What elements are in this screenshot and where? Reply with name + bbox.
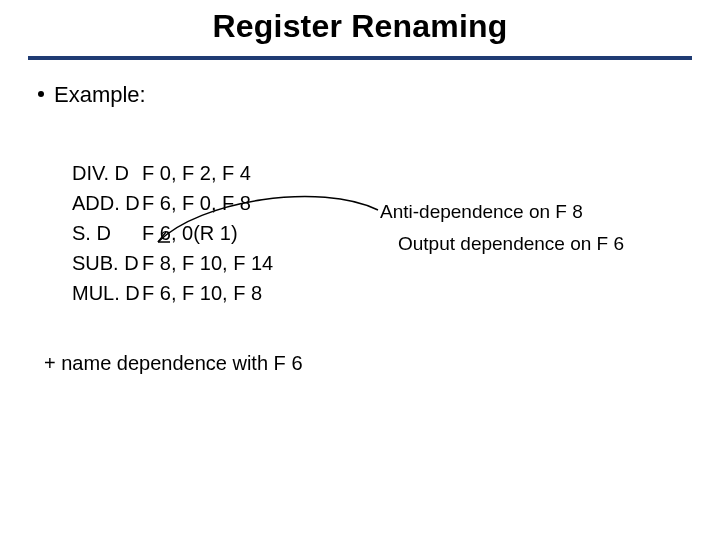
mnemonic: ADD. D xyxy=(72,188,142,218)
operands: F 0, F 2, F 4 xyxy=(142,162,251,184)
title-rule xyxy=(28,56,692,60)
code-row-4: MUL. DF 6, F 10, F 8 xyxy=(72,278,273,308)
operands: F 6, F 0, F 8 xyxy=(142,192,251,214)
plus-name-dependence: + name dependence with F 6 xyxy=(44,352,303,375)
mnemonic: DIV. D xyxy=(72,158,142,188)
mnemonic: SUB. D xyxy=(72,248,142,278)
operands: F 6, F 10, F 8 xyxy=(142,282,262,304)
slide: Register Renaming Example: DIV. DF 0, F … xyxy=(0,0,720,540)
code-row-3: SUB. DF 8, F 10, F 14 xyxy=(72,248,273,278)
code-row-2: S. DF 6, 0(R 1) xyxy=(72,218,273,248)
code-row-1: ADD. DF 6, F 0, F 8 xyxy=(72,188,273,218)
code-row-0: DIV. DF 0, F 2, F 4 xyxy=(72,158,273,188)
bullet-example: Example: xyxy=(38,82,146,108)
slide-title: Register Renaming xyxy=(0,8,720,45)
operands: F 6, 0(R 1) xyxy=(142,222,238,244)
mnemonic: S. D xyxy=(72,218,142,248)
mnemonic: MUL. D xyxy=(72,278,142,308)
note-output-dependence: Output dependence on F 6 xyxy=(380,228,624,260)
notes-block: Anti-dependence on F 8 Output dependence… xyxy=(380,196,624,260)
bullet-text: Example: xyxy=(54,82,146,107)
bullet-dot-icon xyxy=(38,91,44,97)
code-block: DIV. DF 0, F 2, F 4 ADD. DF 6, F 0, F 8 … xyxy=(72,158,273,308)
operands: F 8, F 10, F 14 xyxy=(142,252,273,274)
note-anti-dependence: Anti-dependence on F 8 xyxy=(380,196,624,228)
